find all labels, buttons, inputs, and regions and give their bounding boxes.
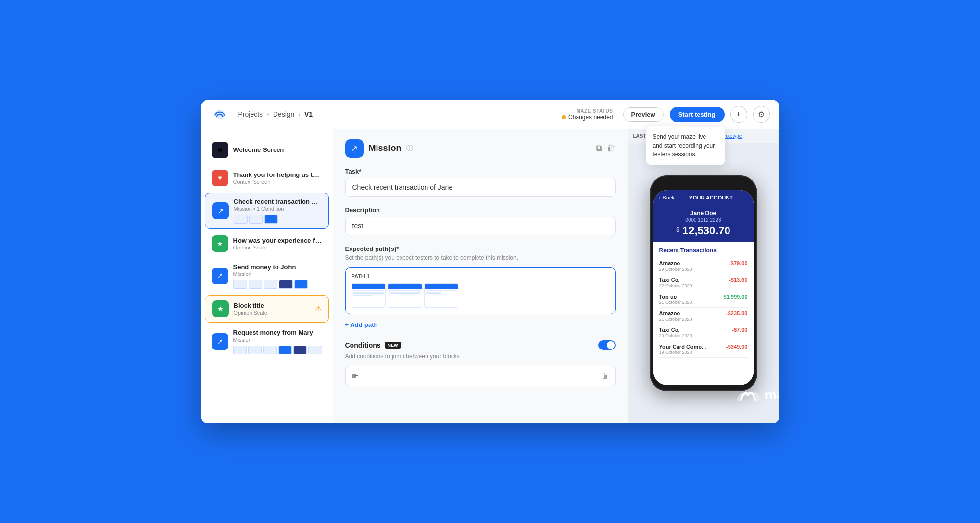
- req-thumb-1: [233, 346, 247, 354]
- experience-icon: ★: [212, 235, 228, 252]
- if-block: IF 🗑: [345, 366, 616, 386]
- preview-button[interactable]: Preview: [623, 107, 664, 122]
- maze-status: MAZE STATUS Changes needed: [562, 108, 613, 121]
- if-delete-button[interactable]: 🗑: [602, 372, 608, 380]
- expected-paths-title: Expected path(s)*: [345, 245, 616, 252]
- req-thumb-2: [248, 346, 262, 354]
- mission-delete-button[interactable]: 🗑: [607, 143, 616, 153]
- sidebar-send-money-thumbnails: [233, 280, 322, 289]
- path-screen-3[interactable]: [424, 283, 458, 308]
- breadcrumb-projects[interactable]: Projects: [238, 110, 263, 118]
- trans-name-1: Taxi Co.: [659, 277, 692, 283]
- trans-left-4: Taxi Co. 20 October 2020: [659, 327, 692, 338]
- mini-line-7: [426, 292, 441, 294]
- thankyou-icon: ♥: [212, 170, 228, 186]
- mini-screen-header-3: [425, 284, 458, 289]
- sidebar-item-request-money-content: Request money from Mary Mission: [233, 329, 322, 354]
- mini-line-4: [389, 290, 421, 291]
- sidebar-item-experience-title: How was your experience finding the acco…: [233, 237, 322, 244]
- sidebar-item-check-recent-title: Check recent transaction of Jane: [234, 198, 322, 205]
- sidebar-item-send-money-content: Send money to John Mission: [233, 263, 322, 289]
- sidebar-item-experience-content: How was your experience finding the acco…: [233, 237, 322, 250]
- send-thumb-1: [233, 280, 247, 289]
- conditions-toggle[interactable]: [598, 340, 616, 350]
- task-input[interactable]: [345, 178, 616, 197]
- trans-amount-4: -$7.00: [732, 327, 747, 333]
- mini-line-5: [389, 292, 421, 294]
- trans-amount-5: -$349.00: [726, 344, 747, 349]
- sidebar-item-experience[interactable]: ★ How was your experience finding the ac…: [205, 230, 329, 257]
- thumb-1: [234, 215, 248, 224]
- expected-paths-section: Expected path(s)* Set the path(s) you ex…: [345, 245, 616, 330]
- trans-name-2: Top up: [659, 294, 692, 299]
- sidebar-item-request-money[interactable]: ↗ Request money from Mary Mission: [205, 324, 329, 359]
- mini-screen-body-1: [352, 289, 385, 307]
- send-money-icon: ↗: [212, 268, 228, 284]
- add-button[interactable]: +: [730, 106, 747, 123]
- transaction-row: Amazoo 29 October 2020 -$79.00: [659, 258, 748, 274]
- path-screen-1[interactable]: [352, 283, 386, 308]
- maze-status-text: Changes needed: [562, 114, 613, 121]
- req-thumb-3: [263, 346, 277, 354]
- account-name: Jane Doe: [659, 210, 748, 217]
- mission-icon-big: ↗: [345, 139, 364, 158]
- sidebar-item-block-title[interactable]: ★ Block title Opinion Scale ⚠: [205, 295, 329, 323]
- req-thumb-4: [278, 346, 292, 354]
- sidebar-item-welcome-content: Welcome Screen: [233, 146, 322, 153]
- back-arrow-icon: ‹: [659, 194, 661, 201]
- description-input[interactable]: [345, 217, 616, 235]
- trans-date-3: 21 October 2020: [659, 317, 692, 322]
- conditions-section: Conditions NEW Add conditions to jump be…: [345, 340, 616, 386]
- sidebar-item-thankyou[interactable]: ♥ Thank you for helping us test our prod…: [205, 165, 329, 191]
- phone-top-bar: ‹ Back YOUR ACCOUNT: [653, 190, 754, 205]
- phone-back-button[interactable]: ‹ Back: [659, 194, 675, 201]
- status-dot: [562, 115, 566, 119]
- welcome-icon: 🖥: [212, 142, 228, 158]
- trans-name-4: Taxi Co.: [659, 327, 692, 333]
- sidebar-item-send-money-title: Send money to John: [233, 263, 322, 271]
- task-section: Task*: [345, 168, 616, 197]
- phone-back-label: Back: [663, 195, 675, 200]
- balance-prefix: $: [676, 226, 679, 233]
- req-thumb-5: [293, 346, 307, 354]
- mission-copy-button[interactable]: ⧉: [596, 143, 602, 153]
- sidebar-item-check-recent[interactable]: ↗ Check recent transaction of Jane Missi…: [205, 193, 329, 229]
- sidebar-item-request-money-title: Request money from Mary: [233, 329, 322, 336]
- sidebar-item-check-recent-sub: Mission • 1 Condition: [234, 206, 322, 212]
- transactions-list: Amazoo 29 October 2020 -$79.00 Taxi Co. …: [659, 258, 748, 358]
- breadcrumb-design[interactable]: Design: [273, 110, 295, 118]
- add-path-button[interactable]: + Add path: [345, 319, 378, 330]
- trans-left-3: Amazoo 21 October 2020: [659, 310, 692, 322]
- warning-icon: ⚠: [315, 304, 322, 313]
- trans-name-3: Amazoo: [659, 310, 692, 316]
- transaction-row: Amazoo 21 October 2020 -$235.00: [659, 308, 748, 324]
- trans-date-0: 29 October 2020: [659, 267, 692, 272]
- nav-right: MAZE STATUS Changes needed Preview Start…: [562, 106, 769, 123]
- description-label: Description: [345, 206, 616, 214]
- mission-header-actions: ⧉ 🗑: [596, 143, 616, 153]
- mission-header: ↗ Mission ⓘ ⧉ 🗑: [345, 139, 616, 158]
- start-testing-button[interactable]: Start testing: [670, 107, 725, 122]
- sidebar-item-thankyou-title: Thank you for helping us test our produc…: [233, 171, 322, 178]
- sidebar-request-thumbnails: [233, 346, 322, 354]
- phone-frame: ‹ Back YOUR ACCOUNT Jane Doe 0000 1112 2…: [650, 175, 757, 391]
- description-section: Description: [345, 206, 616, 235]
- conditions-header: Conditions NEW: [345, 340, 616, 350]
- sidebar-item-welcome[interactable]: 🖥 Welcome Screen: [205, 137, 329, 163]
- task-label: Task*: [345, 168, 616, 175]
- settings-button[interactable]: ⚙: [753, 106, 770, 123]
- path-screen-2[interactable]: [388, 283, 422, 308]
- sidebar-item-thankyou-sub: Context Screen: [233, 179, 322, 185]
- mission-info-icon[interactable]: ⓘ: [406, 144, 413, 153]
- conditions-desc: Add conditions to jump between your bloc…: [345, 353, 616, 360]
- trans-date-1: 22 October 2020: [659, 283, 692, 288]
- maze-brand-text: maze: [764, 387, 779, 403]
- mission-title: Mission: [369, 143, 402, 153]
- maze-branding: maze: [736, 386, 779, 404]
- sidebar-item-block-title-sub: Opinion Scale: [234, 310, 310, 316]
- breadcrumb: Projects › Design › V1: [238, 110, 313, 118]
- path-screens: [352, 283, 609, 308]
- sidebar-item-send-money[interactable]: ↗ Send money to John Mission: [205, 258, 329, 294]
- sidebar-check-recent-thumbnails: [234, 215, 322, 224]
- mini-screen-header-1: [352, 284, 385, 289]
